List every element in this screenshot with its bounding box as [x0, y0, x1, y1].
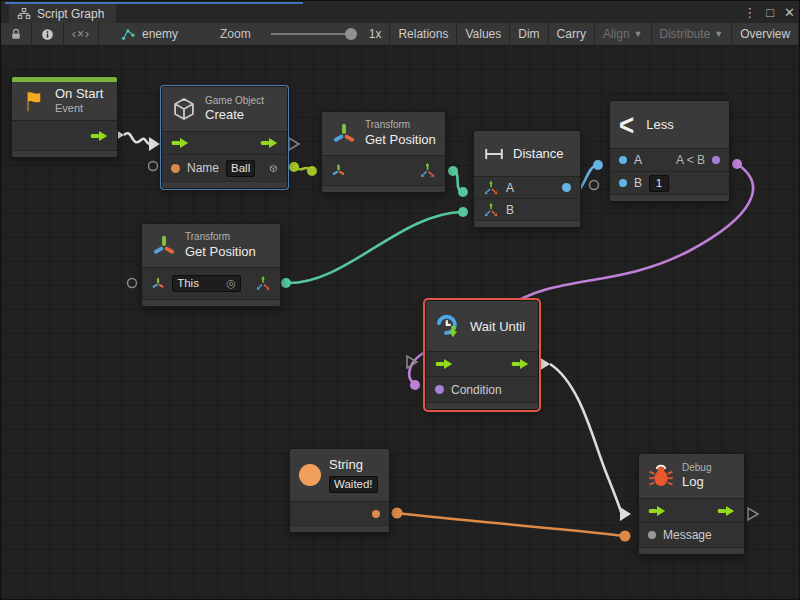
b-value-field[interactable]: 1 [649, 175, 669, 192]
object-picker-icon[interactable]: ◎ [226, 276, 236, 291]
node-wait-until[interactable]: Wait Until Condition [425, 300, 539, 410]
flow-output-row [12, 121, 117, 151]
node-distance[interactable]: Distance A B [473, 130, 581, 228]
node-get-position-b[interactable]: Transform Get Position This ◎ [141, 223, 281, 307]
lock-button[interactable] [1, 23, 32, 45]
node-on-start-event[interactable]: On Start Event [11, 76, 118, 158]
message-input-port[interactable] [648, 531, 656, 539]
unconnected-port-circle [149, 162, 158, 171]
graph-breadcrumb[interactable]: enemy [99, 23, 186, 45]
input-label: B [506, 203, 514, 217]
wait-clock-icon [435, 313, 462, 340]
values-button[interactable]: Values [457, 23, 510, 45]
vector3-output-port[interactable] [255, 275, 271, 292]
unconnected-flow-triangle [289, 138, 299, 150]
zoom-slider-track[interactable] [271, 33, 355, 35]
gameobject-output-icon[interactable] [269, 161, 278, 176]
flow-output-port[interactable] [717, 505, 735, 517]
script-graph-icon [17, 7, 31, 21]
transform-input-port[interactable] [331, 163, 346, 178]
wire-flow-onstart-create [124, 133, 149, 144]
align-dropdown[interactable]: Align ▼ [595, 23, 652, 45]
zoom-slider[interactable] [259, 23, 367, 45]
flow-output-port[interactable] [511, 358, 529, 370]
code-preview-button[interactable]: ‹×› [64, 23, 99, 45]
vector3-input-port[interactable] [483, 180, 499, 196]
unconnected-port-circle [590, 181, 599, 190]
float-input-port[interactable] [619, 156, 627, 164]
info-button[interactable] [32, 23, 64, 45]
carry-button[interactable]: Carry [549, 23, 595, 45]
string-output-port[interactable] [372, 510, 380, 518]
cube-icon [171, 96, 197, 122]
zoom-label: Zoom [186, 23, 259, 45]
dim-button[interactable]: Dim [510, 23, 548, 45]
wire-start-triangle [539, 357, 550, 371]
flow-input-port[interactable] [171, 137, 189, 149]
bool-output-port[interactable] [712, 156, 720, 164]
transform-input-port[interactable] [151, 276, 165, 291]
flow-row [162, 132, 287, 155]
flow-input-port[interactable] [648, 505, 666, 517]
string-icon [299, 464, 321, 486]
node-footer [290, 526, 389, 532]
node-title: Create [205, 107, 264, 123]
input-row-b: B 1 [610, 172, 729, 195]
distance-icon [483, 143, 505, 165]
value-row: This ◎ [142, 268, 280, 300]
tab-bar: Script Graph ⋮ □ ✕ [1, 1, 800, 24]
flow-input-port[interactable] [435, 358, 453, 370]
window-controls: ⋮ □ ✕ [743, 1, 795, 23]
input-row-b: B [474, 199, 580, 221]
vector3-input-port[interactable] [483, 202, 499, 218]
tab-script-graph[interactable]: Script Graph [9, 4, 116, 23]
tab-title: Script Graph [37, 7, 104, 21]
close-icon[interactable]: ✕ [784, 5, 795, 20]
relations-button[interactable]: Relations [390, 23, 457, 45]
zoom-value: 1x [367, 23, 391, 45]
node-header: < Less [610, 101, 729, 149]
node-footer [610, 195, 729, 201]
chevron-down-icon: ▼ [634, 29, 643, 39]
window-menu-icon[interactable]: ⋮ [743, 5, 756, 20]
node-category: Transform [365, 119, 436, 132]
maximize-icon[interactable]: □ [766, 5, 774, 20]
script-graph-window: Script Graph ⋮ □ ✕ ‹×› enemy Zoom [0, 0, 800, 600]
info-icon [40, 27, 55, 42]
zoom-slider-handle[interactable] [345, 28, 357, 40]
node-footer [426, 403, 538, 409]
node-header: Debug Log [639, 454, 744, 499]
vector3-output-port[interactable] [419, 162, 436, 179]
name-field[interactable]: Ball [226, 160, 255, 177]
graph-toolbar: ‹×› enemy Zoom 1x Relations Values Dim C… [1, 23, 800, 46]
input-label: B [634, 176, 642, 190]
less-icon: < [619, 110, 634, 140]
node-get-position-a[interactable]: Transform Get Position [321, 111, 446, 193]
input-label: A [506, 181, 514, 195]
wire-arrowhead [149, 137, 160, 151]
node-less[interactable]: < Less A A < B B 1 [609, 100, 730, 202]
node-title: Get Position [365, 132, 436, 148]
node-string-literal[interactable]: String Waited! [289, 448, 390, 533]
flag-icon [21, 88, 47, 114]
float-input-port[interactable] [619, 179, 627, 187]
node-create-game-object[interactable]: Game Object Create Name Ball [161, 86, 288, 189]
node-subtitle: Event [55, 102, 103, 116]
node-header: Transform Get Position [322, 112, 445, 156]
input-label: A [634, 153, 642, 167]
node-footer [639, 548, 744, 554]
target-field[interactable]: This ◎ [172, 275, 241, 292]
node-header: Wait Until [426, 301, 538, 352]
flow-output-port[interactable] [90, 130, 108, 142]
bool-input-port[interactable] [435, 385, 444, 394]
distribute-dropdown[interactable]: Distribute ▼ [652, 23, 733, 45]
wire-vector3-a [453, 171, 463, 192]
string-value-field[interactable]: Waited! [329, 476, 378, 493]
string-input-port[interactable] [171, 164, 180, 173]
graph-canvas[interactable]: On Start Event Game Object Create [1, 45, 800, 600]
bug-icon [648, 463, 674, 489]
node-debug-log[interactable]: Debug Log Message [638, 453, 745, 555]
overview-button[interactable]: Overview [732, 23, 799, 45]
float-output-port[interactable] [562, 183, 571, 192]
flow-output-port[interactable] [260, 137, 278, 149]
